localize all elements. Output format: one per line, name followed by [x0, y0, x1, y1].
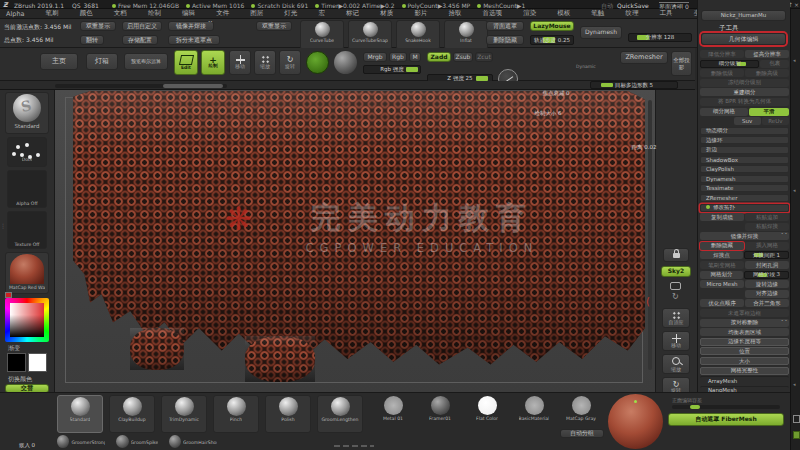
- dynamesh-button[interactable]: Dynamesh: [580, 26, 622, 39]
- panel-button[interactable]: 按对称删除: [700, 319, 789, 327]
- panel-button[interactable]: 折边: [700, 146, 789, 154]
- menu-item[interactable]: 绘制: [148, 9, 161, 18]
- dock-arrow-icon[interactable]: ◂: [793, 187, 796, 193]
- tray-brush-thumbnail[interactable]: TrimDynamic: [161, 395, 207, 433]
- panel-button[interactable]: 位置: [700, 347, 789, 355]
- panel-button[interactable]: 均衡表面区域: [700, 328, 789, 336]
- material-thumbnail[interactable]: MatCap Red Wa: [5, 252, 49, 294]
- panel-button[interactable]: 对齐边缘: [745, 290, 789, 298]
- lightbox-button[interactable]: 灯箱: [86, 53, 118, 70]
- active-tool-button[interactable]: Nickz_HumanMu: [701, 10, 786, 21]
- preview-boolean-button[interactable]: 预览布尔运算: [124, 53, 168, 70]
- panel-button[interactable]: 重建细分: [700, 88, 789, 96]
- move-mode-button[interactable]: 移动: [229, 50, 251, 75]
- dock-polyframe-icon[interactable]: [793, 431, 800, 439]
- horizontal-scrollbar[interactable]: [55, 84, 227, 88]
- frame-view-button[interactable]: 自适应: [662, 308, 690, 328]
- scrollbar-thumb[interactable]: [163, 84, 223, 88]
- menu-item[interactable]: 标记: [346, 9, 359, 18]
- panel-button[interactable]: 删除高级: [745, 69, 789, 77]
- panel-button[interactable]: 插入网格: [745, 242, 789, 250]
- split-unmasked-button[interactable]: 拆分未遮罩点: [168, 35, 220, 45]
- panel-button[interactable]: ShadowBox: [700, 156, 789, 164]
- menu-item[interactable]: 灯光: [284, 9, 297, 18]
- lock-camera-button[interactable]: [663, 248, 689, 262]
- shelf-brush-thumbnail[interactable]: Inflat: [444, 20, 488, 50]
- panel-button[interactable]: 未遮罩框边框: [700, 309, 789, 317]
- material-thumbnail[interactable]: MatCap Gray: [560, 395, 602, 431]
- vertical-scrollbar[interactable]: [648, 100, 652, 370]
- menu-item[interactable]: 颜色: [80, 9, 93, 18]
- zoom-view-button[interactable]: 缩放: [662, 354, 690, 374]
- panel-button[interactable]: ClayPolish: [700, 165, 789, 173]
- panel-button[interactable]: Dynamesh: [700, 175, 789, 183]
- automask-fibermesh-button[interactable]: 自动遮罩 FiberMesh: [668, 413, 784, 426]
- divider-bracket-icon[interactable]: (: [646, 296, 650, 307]
- left-edge-handle[interactable]: ⋮: [0, 222, 6, 229]
- zcut-button[interactable]: Zcut: [475, 52, 493, 62]
- zremesher-button[interactable]: ZRemesher: [620, 51, 668, 64]
- panel-button[interactable]: 删除隐藏: [700, 242, 744, 250]
- panel-button[interactable]: 焊接点: [700, 251, 743, 259]
- pan-view-button[interactable]: 移动: [662, 331, 690, 351]
- menu-item[interactable]: 笔触: [591, 9, 604, 18]
- rotate-mode-button[interactable]: ↻ 旋转: [279, 50, 301, 75]
- dock-perspective-icon[interactable]: [793, 415, 800, 423]
- current-brush-thumbnail[interactable]: S Standard: [5, 92, 49, 134]
- menu-item[interactable]: 文件: [216, 9, 229, 18]
- menu-item[interactable]: 编辑: [182, 9, 195, 18]
- target-polygons-slider[interactable]: 目标多边形数 5: [590, 81, 678, 89]
- color-picker[interactable]: [5, 298, 49, 342]
- panel-button[interactable]: 网格划分: [700, 271, 743, 279]
- menu-item[interactable]: 模板: [557, 9, 570, 18]
- scale-mode-button[interactable]: 缩放: [254, 50, 276, 75]
- panel-slider[interactable]: 焊接间距 1: [744, 251, 789, 259]
- menu-item[interactable]: 拾取: [448, 9, 461, 18]
- chat-icon[interactable]: [670, 282, 681, 290]
- panel-button[interactable]: 优化点顺序: [700, 299, 744, 307]
- flip-button[interactable]: 翻转: [80, 35, 104, 45]
- texture-thumbnail[interactable]: Texture Off: [7, 211, 47, 249]
- panel-button[interactable]: 旋转边缘: [745, 280, 789, 288]
- alpha-thumbnail[interactable]: Alpha Off: [7, 170, 47, 208]
- menu-item[interactable]: 笔刷: [46, 9, 59, 18]
- menu-item[interactable]: 纹理: [625, 9, 638, 18]
- panel-button[interactable]: 将 BPR 转换为几何体: [700, 98, 789, 106]
- menu-item[interactable]: 宏: [318, 9, 325, 18]
- panel-button[interactable]: 包裹: [760, 60, 789, 68]
- menu-item[interactable]: Alpha: [6, 10, 24, 18]
- zsub-button[interactable]: Zsub: [453, 52, 473, 62]
- tray-brush-thumbnail[interactable]: ClayBuildup: [109, 395, 155, 433]
- panel-button[interactable]: 镜像并焊接: [700, 232, 789, 240]
- double-display-button-2[interactable]: 双重显示: [256, 21, 292, 31]
- panel-button[interactable]: ReUv: [762, 117, 789, 125]
- menu-item[interactable]: 渲染: [523, 9, 536, 18]
- panel-button[interactable]: 边缘长度相等: [700, 338, 789, 346]
- subtool-header[interactable]: 子工具: [719, 24, 739, 33]
- del-hidden-button[interactable]: 删除隐藏: [486, 35, 524, 45]
- menu-item[interactable]: 影片: [414, 9, 427, 18]
- geometry-edit-button[interactable]: 几何体编辑: [701, 33, 786, 45]
- panel-slider[interactable]: 网格分段 3: [744, 271, 789, 279]
- m-button[interactable]: M: [409, 52, 421, 62]
- quicksave-button[interactable]: QuickSave: [617, 2, 649, 9]
- panel-button[interactable]: 动态细分: [700, 127, 789, 135]
- panel-button[interactable]: 复制成镜: [700, 213, 744, 221]
- panel-button[interactable]: 降低分辨率: [700, 50, 744, 58]
- menu-item[interactable]: 文档: [114, 9, 127, 18]
- current-material-preview[interactable]: [608, 394, 663, 449]
- panel-button[interactable]: 粘贴追加: [745, 213, 789, 221]
- panel-button[interactable]: 笔刷变网格: [700, 261, 744, 269]
- panel-button[interactable]: 大小: [700, 357, 789, 365]
- tray-brush-thumbnail[interactable]: Standard: [57, 395, 103, 433]
- dynamic-label[interactable]: Dynamic: [576, 64, 596, 69]
- color-square[interactable]: [10, 303, 44, 337]
- current-stroke-thumbnail[interactable]: Dots: [7, 137, 47, 167]
- panel-button[interactable]: 网格完整性: [700, 367, 789, 375]
- dock-arrow-icon[interactable]: ◂: [793, 57, 796, 63]
- tray-brush-thumbnail[interactable]: GroomSpike: [113, 431, 161, 450]
- panel-slider[interactable]: 细分级别: [700, 60, 759, 68]
- panel-button[interactable]: 合并三角形: [745, 299, 789, 307]
- panel-button[interactable]: Tessimate: [700, 184, 789, 192]
- shelf-brush-thumbnail[interactable]: CurveTube: [300, 20, 344, 50]
